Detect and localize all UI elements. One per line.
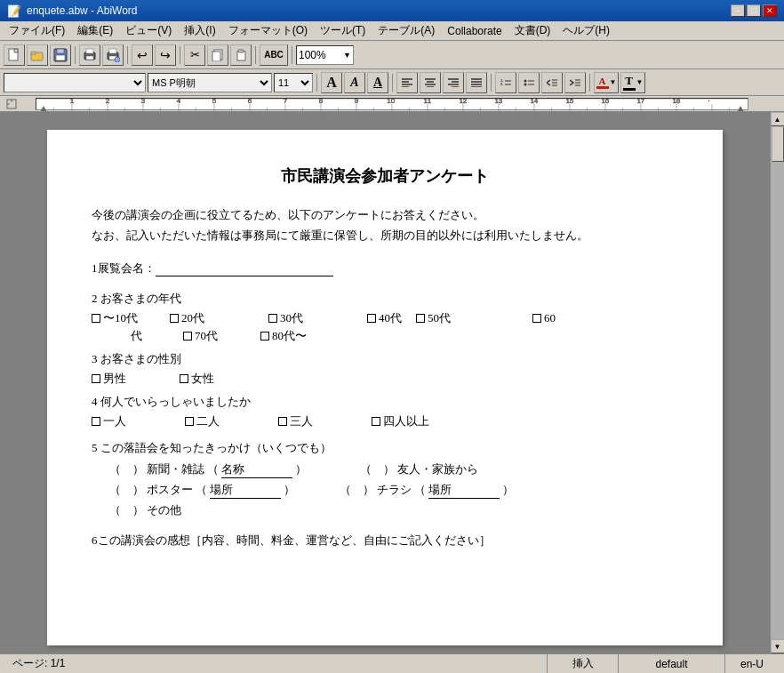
menu-view[interactable]: ビュー(V) bbox=[120, 21, 177, 40]
undo-button[interactable]: ↩ bbox=[132, 44, 153, 66]
scrollbar-thumb[interactable] bbox=[772, 126, 784, 162]
q2-option-7: 70代 bbox=[183, 328, 218, 344]
undo-icon: ↩ bbox=[137, 48, 148, 62]
vertical-scrollbar: ▲ ▼ bbox=[770, 112, 784, 653]
paren-close-field2: ） bbox=[284, 482, 295, 498]
font-a2-button[interactable]: A bbox=[344, 72, 365, 93]
numbering-button[interactable]: 1.2. bbox=[495, 72, 516, 93]
scrollbar-track[interactable] bbox=[771, 126, 785, 639]
q5-row3: （ ） その他 bbox=[109, 502, 678, 518]
menu-edit[interactable]: 編集(E) bbox=[72, 21, 118, 40]
menu-file[interactable]: ファイル(F) bbox=[4, 21, 70, 40]
scroll-down-button[interactable]: ▼ bbox=[771, 639, 785, 653]
menu-help[interactable]: ヘルプ(H) bbox=[557, 21, 615, 40]
document-page[interactable]: 市民講演会参加者アンケート 今後の講演会の企画に役立てるため、以下のアンケートに… bbox=[47, 130, 723, 645]
menu-collaborate[interactable]: Collaborate bbox=[442, 23, 507, 39]
q1-label: 1展覧会名： bbox=[92, 261, 156, 275]
font-size-select[interactable]: 11 bbox=[274, 73, 313, 92]
paren-open-1: （ ） bbox=[109, 461, 144, 477]
align-left-button[interactable] bbox=[396, 72, 418, 93]
svg-text:14: 14 bbox=[530, 99, 538, 105]
indent-increase-button[interactable] bbox=[564, 72, 586, 93]
new-button[interactable] bbox=[4, 44, 25, 66]
checkbox-30dai[interactable] bbox=[268, 314, 277, 323]
svg-rect-8 bbox=[86, 56, 93, 60]
intro-line-2: なお、記入いただいた情報は事務局にて厳重に保管し、所期の目的以外には利用いたしま… bbox=[92, 225, 678, 245]
bullets-button[interactable] bbox=[518, 72, 540, 93]
font-color-button[interactable]: T ▼ bbox=[620, 72, 645, 93]
close-button[interactable]: ✕ bbox=[763, 4, 777, 17]
zoom-input[interactable] bbox=[299, 49, 343, 61]
open-button[interactable] bbox=[27, 44, 48, 66]
copy-button[interactable] bbox=[207, 44, 228, 66]
checkbox-one[interactable] bbox=[92, 417, 100, 426]
newspaper-field[interactable]: 名称 bbox=[221, 461, 292, 478]
zoom-dropdown-icon[interactable]: ▼ bbox=[343, 51, 351, 60]
highlight-color-button[interactable]: A ▼ bbox=[594, 72, 619, 93]
main-toolbar: ↩ ↪ ✂ ABC ▼ bbox=[0, 41, 784, 69]
style-indicator: default bbox=[655, 658, 687, 670]
status-page: ページ: 1/1 bbox=[5, 654, 548, 673]
checkbox-60dai[interactable] bbox=[532, 314, 541, 323]
menu-tools[interactable]: ツール(T) bbox=[315, 21, 371, 40]
checkbox-10dai[interactable] bbox=[92, 314, 100, 323]
svg-marker-109 bbox=[41, 106, 47, 111]
font-select[interactable]: MS P明朝 bbox=[148, 73, 272, 92]
paste-button[interactable] bbox=[230, 44, 252, 66]
svg-text:6: 6 bbox=[248, 99, 252, 105]
cut-button[interactable]: ✂ bbox=[184, 44, 205, 66]
label-60dai-cont: 代 bbox=[131, 328, 142, 344]
label-flyer: チラシ bbox=[377, 482, 412, 498]
intro-line-1: 今後の講演会の企画に役立てるため、以下のアンケートにお答えください。 bbox=[92, 204, 678, 225]
svg-point-37 bbox=[524, 79, 527, 82]
redo-button[interactable]: ↪ bbox=[155, 44, 176, 66]
checkbox-40dai[interactable] bbox=[367, 314, 376, 323]
font-a-button[interactable]: A bbox=[321, 72, 342, 93]
checkbox-20dai[interactable] bbox=[170, 314, 179, 323]
print-preview-button[interactable] bbox=[102, 44, 124, 66]
justify-button[interactable] bbox=[466, 72, 487, 93]
paragraph-style-select[interactable] bbox=[4, 73, 146, 92]
flyer-field[interactable]: 場所 bbox=[428, 482, 500, 499]
svg-text:1: 1 bbox=[70, 99, 74, 105]
print-button[interactable] bbox=[79, 44, 100, 66]
q4-two: 二人 bbox=[185, 413, 220, 429]
maximize-button[interactable]: □ bbox=[747, 4, 761, 17]
paren-close-field3: ） bbox=[502, 482, 514, 498]
spell-icon: ABC bbox=[264, 50, 284, 60]
menu-table[interactable]: テーブル(A) bbox=[372, 21, 440, 40]
q5-poster: （ ） ポスター （ 場所 ） bbox=[109, 482, 295, 499]
paren-open-2: （ ） bbox=[360, 461, 395, 477]
save-button[interactable] bbox=[50, 44, 71, 66]
label-other: その他 bbox=[147, 502, 181, 518]
checkbox-80dai[interactable] bbox=[260, 332, 269, 341]
toolbar-sep-5 bbox=[292, 46, 292, 64]
poster-field[interactable]: 場所 bbox=[210, 482, 281, 499]
minimize-button[interactable]: − bbox=[731, 4, 745, 17]
q1-field[interactable] bbox=[156, 261, 333, 276]
align-center-button[interactable] bbox=[420, 72, 441, 93]
align-right-button[interactable] bbox=[443, 72, 464, 93]
font-a3-button[interactable]: A bbox=[367, 72, 388, 93]
checkbox-70dai[interactable] bbox=[183, 332, 192, 341]
q5-other: （ ） その他 bbox=[109, 502, 181, 518]
label-70dai: 70代 bbox=[195, 328, 218, 344]
checkbox-four[interactable] bbox=[372, 417, 380, 426]
q4-three: 三人 bbox=[278, 413, 313, 429]
menu-format[interactable]: フォーマット(O) bbox=[223, 21, 313, 40]
svg-text:4: 4 bbox=[177, 99, 180, 105]
scroll-up-button[interactable]: ▲ bbox=[771, 112, 785, 126]
checkbox-two[interactable] bbox=[185, 417, 194, 426]
checkbox-male[interactable] bbox=[92, 374, 100, 383]
indent-decrease-button[interactable] bbox=[541, 72, 563, 93]
checkbox-three[interactable] bbox=[278, 417, 287, 426]
q5-flyer: （ ） チラシ （ 場所 ） bbox=[340, 482, 514, 499]
question-3: 3 お客さまの性別 男性 女性 bbox=[92, 351, 678, 387]
checkbox-female[interactable] bbox=[180, 374, 188, 383]
menu-document[interactable]: 文書(D) bbox=[509, 21, 556, 40]
menu-insert[interactable]: 挿入(I) bbox=[179, 21, 220, 40]
paren-open-3: （ ） bbox=[109, 482, 144, 498]
format-sep-3 bbox=[491, 74, 492, 92]
checkbox-50dai[interactable] bbox=[416, 314, 425, 323]
spellcheck-button[interactable]: ABC bbox=[260, 44, 288, 66]
